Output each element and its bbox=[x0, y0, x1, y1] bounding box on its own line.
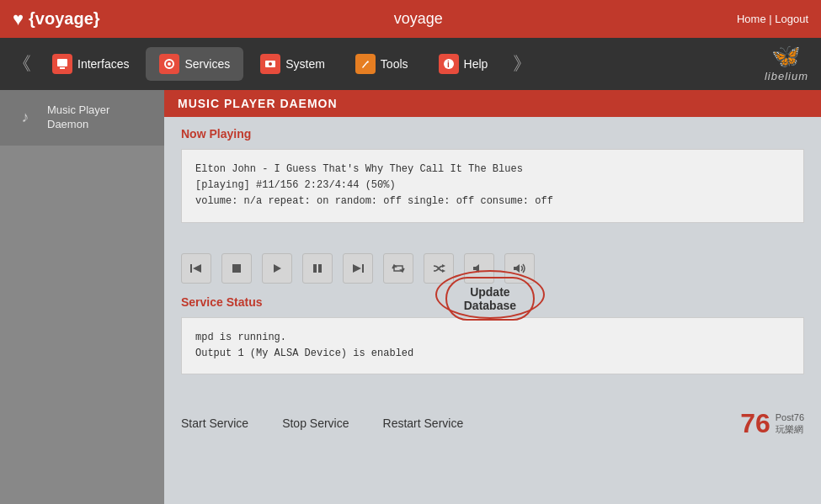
play-button[interactable] bbox=[262, 253, 292, 284]
play-icon bbox=[271, 263, 283, 274]
now-playing-content: Elton John - I Guess That's Why They Cal… bbox=[195, 163, 553, 207]
tab-tools[interactable]: Tools bbox=[342, 47, 422, 81]
logo-text: {voyage} bbox=[29, 9, 100, 29]
post76-line2: 玩樂網 bbox=[776, 423, 804, 435]
svg-rect-14 bbox=[362, 264, 364, 273]
nav-left-arrow[interactable]: 《 bbox=[8, 51, 35, 77]
main-layout: ♪ Music Player Daemon MUSIC PLAYER DAEMO… bbox=[0, 90, 821, 504]
sidebar-item-label: Music Player Daemon bbox=[47, 103, 109, 132]
header: ♥ {voyage} voyage Home | Logout bbox=[0, 0, 821, 38]
update-database-button[interactable]: Update Database bbox=[445, 277, 535, 321]
nav-right-arrow[interactable]: 》 bbox=[513, 51, 531, 77]
svg-text:i: i bbox=[447, 60, 450, 69]
navbar: 《 Interfaces Services System Tools i Hel… bbox=[0, 38, 821, 90]
libelium-text: libelium bbox=[765, 70, 808, 82]
stop-button[interactable] bbox=[221, 253, 252, 284]
now-playing-section: Now Playing Elton John - I Guess That's … bbox=[164, 117, 821, 245]
next-button[interactable] bbox=[343, 253, 373, 284]
post76-number: 76 bbox=[740, 410, 770, 437]
header-title: voyage bbox=[394, 10, 443, 28]
tab-services[interactable]: Services bbox=[146, 47, 243, 81]
repeat-icon bbox=[392, 262, 405, 275]
shuffle-button[interactable] bbox=[424, 253, 454, 284]
site-logo: ♥ {voyage} bbox=[13, 8, 100, 30]
restart-service-button[interactable]: Restart Service bbox=[383, 416, 464, 430]
vol-down-icon bbox=[472, 262, 486, 275]
service-status-text: mpd is running. Output 1 (My ALSA Device… bbox=[181, 317, 804, 374]
svg-rect-8 bbox=[190, 264, 192, 273]
svg-marker-9 bbox=[193, 264, 201, 273]
svg-rect-10 bbox=[232, 264, 241, 273]
shuffle-icon bbox=[432, 262, 445, 275]
svg-marker-15 bbox=[353, 264, 361, 273]
sidebar-item-music-player-daemon[interactable]: ♪ Music Player Daemon bbox=[0, 90, 164, 146]
stop-service-button[interactable]: Stop Service bbox=[282, 416, 349, 430]
tab-help-label: Help bbox=[464, 57, 488, 71]
svg-marker-19 bbox=[514, 264, 520, 273]
tab-interfaces-label: Interfaces bbox=[77, 57, 129, 71]
svg-marker-11 bbox=[274, 264, 281, 273]
svg-rect-1 bbox=[60, 67, 65, 69]
libelium-bug-icon: 🦋 bbox=[771, 42, 801, 70]
post76-line1: Post76 bbox=[776, 411, 804, 423]
section-header: MUSIC PLAYER DAEMON bbox=[164, 90, 821, 117]
svg-marker-16 bbox=[442, 264, 445, 268]
tab-services-label: Services bbox=[184, 57, 230, 71]
svg-marker-18 bbox=[473, 264, 479, 273]
tab-system-label: System bbox=[285, 57, 325, 71]
tab-tools-label: Tools bbox=[381, 57, 408, 71]
repeat-button[interactable] bbox=[383, 253, 413, 284]
service-status-content: mpd is running. Output 1 (My ALSA Device… bbox=[195, 332, 413, 359]
svg-point-3 bbox=[168, 62, 171, 66]
section-title: MUSIC PLAYER DAEMON bbox=[178, 97, 338, 110]
services-icon bbox=[159, 54, 179, 74]
help-icon: i bbox=[439, 54, 459, 74]
tab-system[interactable]: System bbox=[247, 47, 339, 81]
tab-interfaces[interactable]: Interfaces bbox=[39, 47, 142, 81]
vol-up-icon bbox=[513, 262, 526, 275]
tab-help[interactable]: i Help bbox=[425, 47, 502, 81]
next-icon bbox=[351, 262, 365, 275]
now-playing-text: Elton John - I Guess That's Why They Cal… bbox=[181, 149, 804, 223]
header-nav-links[interactable]: Home | Logout bbox=[737, 13, 808, 25]
svg-rect-13 bbox=[318, 264, 322, 273]
now-playing-label: Now Playing bbox=[181, 127, 804, 141]
prev-button[interactable] bbox=[181, 253, 211, 284]
pause-button[interactable] bbox=[302, 253, 333, 284]
system-icon bbox=[260, 54, 280, 74]
post76-logo: 76 Post76 玩樂網 bbox=[740, 410, 804, 437]
player-controls: Update Database bbox=[164, 245, 821, 295]
sidebar: ♪ Music Player Daemon bbox=[0, 90, 164, 504]
svg-rect-0 bbox=[57, 59, 67, 66]
music-note-icon: ♪ bbox=[12, 104, 39, 131]
heart-icon: ♥ bbox=[13, 8, 24, 30]
bottom-bar: Start Service Stop Service Restart Servi… bbox=[164, 396, 821, 450]
post76-text-block: Post76 玩樂網 bbox=[776, 411, 804, 436]
tools-icon bbox=[355, 54, 376, 74]
svg-rect-12 bbox=[313, 264, 317, 273]
svg-marker-17 bbox=[442, 269, 445, 273]
content-area: MUSIC PLAYER DAEMON Now Playing Elton Jo… bbox=[164, 90, 821, 504]
stop-icon bbox=[231, 263, 243, 274]
libelium-logo: 🦋 libelium bbox=[765, 42, 808, 82]
prev-icon bbox=[189, 262, 203, 275]
svg-point-5 bbox=[269, 62, 272, 66]
start-service-button[interactable]: Start Service bbox=[181, 416, 248, 430]
pause-icon bbox=[312, 263, 323, 274]
interfaces-icon bbox=[52, 54, 72, 74]
